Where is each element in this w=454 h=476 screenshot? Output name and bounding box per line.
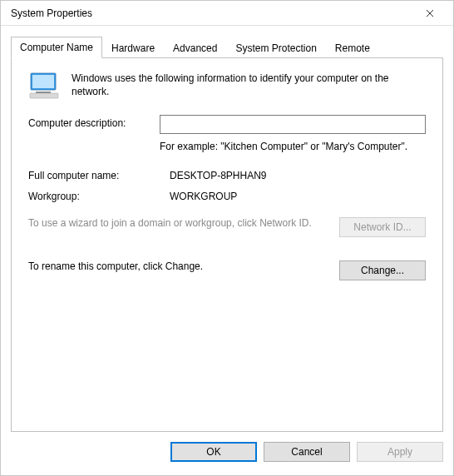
dialog-body: Computer Name Hardware Advanced System P… [1,26,453,432]
ok-button[interactable]: OK [170,442,257,462]
computer-description-example: For example: "Kitchen Computer" or "Mary… [160,141,426,154]
label-workgroup: Workgroup: [28,188,170,202]
tab-remote[interactable]: Remote [326,37,379,58]
row-network-id: To use a wizard to join a domain or work… [28,217,426,237]
intro-text: Windows uses the following information t… [72,72,426,100]
tab-advanced[interactable]: Advanced [164,37,226,58]
value-full-computer-name: DESKTOP-8PHHAN9 [170,167,426,181]
svg-rect-1 [32,75,54,88]
tab-system-protection[interactable]: System Protection [226,37,325,58]
change-help-text: To rename this computer, click Change. [28,260,331,274]
tab-strip: Computer Name Hardware Advanced System P… [11,36,443,57]
cancel-button[interactable]: Cancel [264,442,350,462]
row-workgroup: Workgroup: WORKGROUP [28,188,426,202]
value-workgroup: WORKGROUP [170,188,426,202]
apply-button: Apply [357,442,443,462]
close-icon[interactable] [413,2,447,25]
computer-icon [28,72,62,100]
system-properties-window: System Properties Computer Name Hardware… [0,0,454,476]
tab-hardware[interactable]: Hardware [102,37,164,58]
label-computer-description: Computer description: [28,115,160,129]
computer-description-input[interactable] [160,115,426,134]
network-id-button: Network ID... [339,217,426,237]
row-change: To rename this computer, click Change. C… [28,260,426,280]
tab-panel-computer-name: Windows uses the following information t… [11,57,443,432]
svg-rect-3 [30,93,58,98]
window-title: System Properties [11,7,413,19]
titlebar: System Properties [1,1,453,26]
intro-row: Windows uses the following information t… [28,72,426,100]
network-id-help-text: To use a wizard to join a domain or work… [28,217,331,231]
row-computer-description: Computer description: For example: "Kitc… [28,115,426,154]
row-full-computer-name: Full computer name: DESKTOP-8PHHAN9 [28,167,426,181]
dialog-button-row: OK Cancel Apply [1,432,453,475]
svg-rect-2 [36,92,51,93]
change-button[interactable]: Change... [339,260,426,280]
label-full-computer-name: Full computer name: [28,167,170,181]
tab-computer-name[interactable]: Computer Name [11,37,102,58]
